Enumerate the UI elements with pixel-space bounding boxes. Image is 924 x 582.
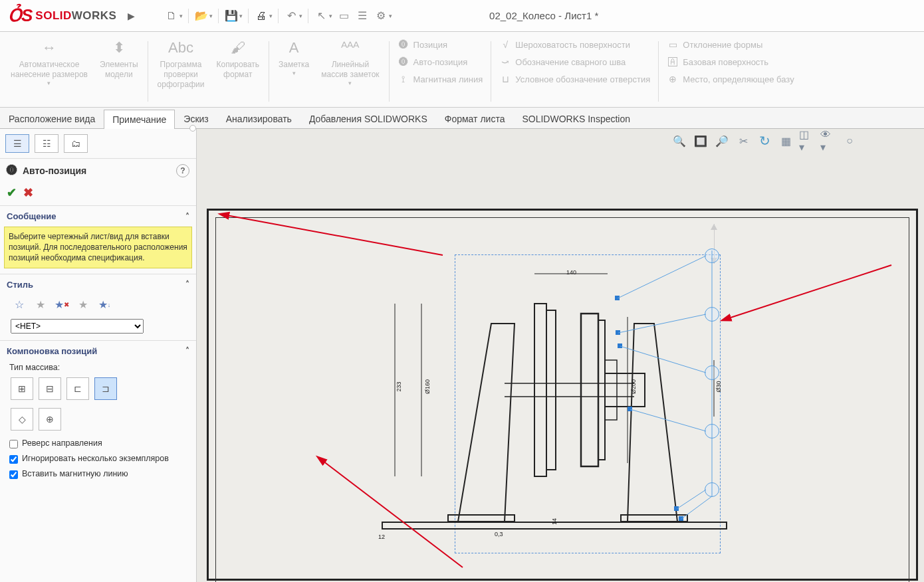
ribbon-weld-symbol[interactable]: ⤻Обозначение сварного шва	[499, 56, 650, 68]
svg-rect-10	[605, 373, 645, 407]
qat-window[interactable]: ▭	[336, 9, 351, 23]
expand-menu-icon[interactable]: ▶	[124, 6, 138, 26]
ribbon-datum-target[interactable]: ⊕Место, определяющее базу	[667, 73, 794, 85]
ribbon-auto-dimension[interactable]: ↔ Автоматическое нанесение размеров ▾	[5, 36, 93, 88]
svg-rect-9	[598, 320, 605, 460]
geom-tol-icon: ▭	[667, 39, 679, 50]
ribbon-balloon[interactable]: ⓿Позиция	[398, 39, 483, 50]
ribbon-copy-format[interactable]: 🖌 Копировать формат	[211, 36, 265, 81]
chevron-up-icon[interactable]: ˄	[185, 346, 189, 355]
pattern-circle[interactable]: ◇	[11, 408, 33, 431]
balloon-1[interactable]	[705, 248, 719, 263]
tab-view-layout[interactable]: Расположение вида	[0, 109, 104, 128]
chevron-up-icon[interactable]: ˄	[185, 280, 189, 289]
qat-settings[interactable]: ⚙▾	[374, 9, 392, 23]
title-bar: ỎS SOLID WORKS ▶ 🗋▾ 📂▾ 💾▾ 🖨▾ ↶▾ ↖▾ ▭ ☰ ⚙…	[0, 0, 924, 32]
balloon-icon: ⓿	[398, 39, 409, 50]
ribbon-geom-tol[interactable]: ▭Отклонение формы	[667, 39, 794, 50]
list-icon: ☰	[355, 9, 370, 23]
graphics-area[interactable]: 🔍 🔲 🔎 ✂ ↻ ▦ ◫ ▾ 👁 ▾ ○	[197, 129, 924, 582]
zoom-fit-icon[interactable]: 🔍	[671, 133, 687, 149]
ribbon-spell-check[interactable]: Abc Программа проверки орфографии	[152, 36, 210, 91]
qat-open[interactable]: 📂▾	[194, 9, 213, 23]
dim-140: 140	[566, 269, 576, 276]
section-layout: Компоновка позиций˄ Тип массива: ⊞ ⊟ ⊏ ⊐…	[0, 341, 196, 482]
tab-addins[interactable]: Добавления SOLIDWORKS	[300, 109, 436, 128]
cube-icon[interactable]: ◫ ▾	[799, 133, 815, 149]
balloon-4[interactable]	[705, 424, 719, 438]
cancel-button[interactable]: ✖	[23, 185, 33, 200]
chevron-up-icon[interactable]: ˄	[185, 212, 189, 221]
magnetic-line-icon: ⟟	[398, 73, 409, 85]
style-select[interactable]: <НЕТ>	[11, 319, 144, 334]
tab-sheet-format[interactable]: Формат листа	[436, 109, 514, 128]
qat-print[interactable]: 🖨▾	[254, 9, 273, 23]
qat-list[interactable]: ☰	[355, 9, 370, 23]
reverse-direction-row[interactable]: Реверс направления	[0, 436, 196, 451]
panel-tab-feature-tree[interactable]: ☰	[5, 134, 29, 153]
pattern-left[interactable]: ⊏	[66, 377, 89, 400]
rotate-icon[interactable]: ↻	[756, 133, 772, 149]
selection-handle[interactable]	[674, 506, 679, 511]
tab-annotation[interactable]: Примечание	[104, 110, 175, 129]
balloon-5[interactable]	[705, 482, 719, 497]
reverse-direction-checkbox[interactable]	[9, 440, 18, 448]
selection-handle[interactable]	[616, 330, 620, 335]
ribbon-magnetic-line[interactable]: ⟟Магнитная линия	[398, 73, 483, 85]
selection-handle[interactable]	[618, 343, 622, 348]
section-icon[interactable]: ✂	[735, 133, 751, 149]
pattern-cross[interactable]: ⊕	[39, 408, 61, 431]
message-box: Выберите чертежный лист/вид для вставки …	[4, 227, 192, 268]
insert-magnetic-row[interactable]: Вставить магнитную линию	[0, 466, 196, 482]
style-delete-icon[interactable]: ★✖	[53, 296, 70, 314]
zoom-area-icon[interactable]: 🔲	[693, 133, 709, 149]
insert-magnetic-checkbox[interactable]	[9, 470, 18, 479]
ribbon-auto-balloon[interactable]: ⓿Авто-позиция	[398, 56, 483, 68]
datum-target-icon: ⊕	[667, 73, 679, 85]
ignore-multiple-row[interactable]: Игнорировать несколько экземпляров	[0, 451, 196, 466]
pattern-square[interactable]: ⊞	[11, 377, 33, 400]
weld-icon: ⤻	[499, 56, 511, 68]
logo-text-solid: SOLID	[35, 9, 71, 23]
eye-icon[interactable]: 👁 ▾	[820, 133, 836, 149]
dim-03: 0,3	[495, 531, 503, 537]
qat-new[interactable]: 🗋▾	[164, 9, 183, 23]
panel-tab-config[interactable]: 🗂	[64, 134, 88, 153]
panel-tab-property[interactable]: ☷	[35, 134, 58, 153]
ribbon-surface-finish[interactable]: √Шероховатость поверхности	[499, 39, 650, 50]
panel-title-row: ⓿ Авто-позиция ?	[0, 159, 196, 183]
ribbon-note[interactable]: A Заметка ▾	[273, 36, 314, 78]
reverse-direction-label: Реверс направления	[22, 438, 102, 448]
ribbon-linear-note-pattern[interactable]: ᴬᴬᴬ Линейный массив заметок ▾	[316, 36, 384, 88]
selection-handle[interactable]	[679, 516, 683, 521]
circle-icon[interactable]: ○	[842, 133, 858, 149]
style-load-icon[interactable]: ★↓	[96, 296, 113, 314]
style-add-icon[interactable]: ★	[32, 296, 49, 314]
pattern-bottom[interactable]: ⊟	[39, 377, 61, 400]
selection-handle[interactable]	[628, 407, 632, 411]
tab-inspection[interactable]: SOLIDWORKS Inspection	[513, 109, 639, 128]
auto-balloon-icon: ⓿	[7, 165, 17, 177]
qat-select[interactable]: ↖▾	[314, 9, 332, 23]
tab-evaluate[interactable]: Анализировать	[217, 109, 300, 128]
tab-sketch[interactable]: Эскиз	[175, 109, 217, 128]
window-icon: ▭	[336, 9, 351, 23]
balloon-2[interactable]	[705, 307, 719, 322]
ribbon-datum-surface[interactable]: 🄰Базовая поверхность	[667, 56, 794, 68]
style-save-icon[interactable]: ★	[74, 296, 92, 314]
ribbon-hole-callout[interactable]: ⊔Условное обозначение отверстия	[499, 73, 650, 85]
qat-save[interactable]: 💾▾	[224, 9, 243, 23]
style-apply-icon[interactable]: ☆	[11, 296, 28, 314]
accept-button[interactable]: ✔	[7, 185, 17, 200]
qat-undo[interactable]: ↶▾	[284, 9, 302, 23]
hole-callout-icon: ⊔	[499, 73, 511, 85]
panel-tab-row: ☰ ☷ 🗂	[0, 129, 196, 159]
ribbon-model-elements[interactable]: ⬍ Элементы модели	[94, 36, 144, 81]
balloon-3[interactable]	[705, 365, 719, 380]
zoom-selection-icon[interactable]: 🔎	[714, 133, 730, 149]
ignore-multiple-checkbox[interactable]	[9, 455, 18, 464]
help-icon[interactable]: ?	[176, 164, 189, 177]
selection-handle[interactable]	[615, 296, 620, 300]
display-style-icon[interactable]: ▦	[778, 133, 794, 149]
pattern-right[interactable]: ⊐	[94, 377, 117, 400]
